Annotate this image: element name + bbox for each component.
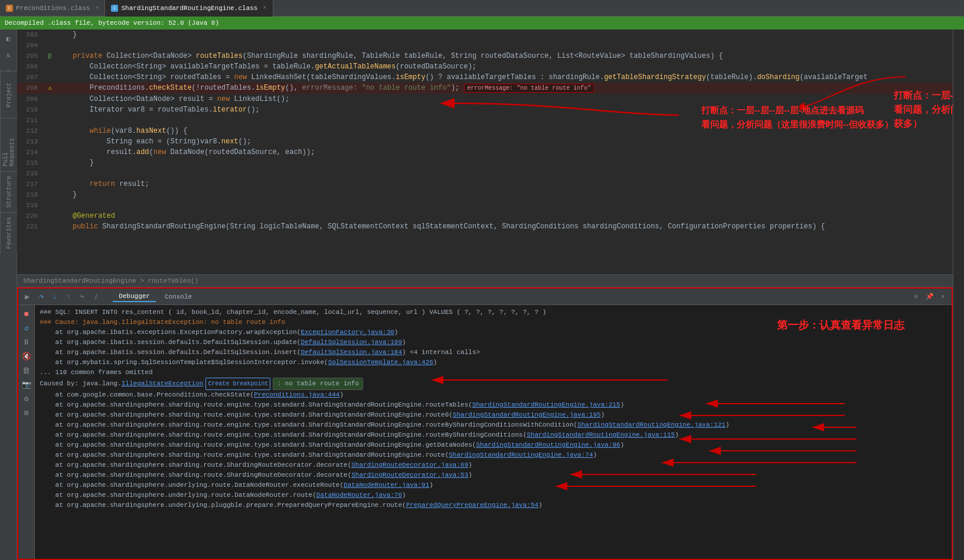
code-line-218: 218 } xyxy=(17,189,952,200)
preconditions-tab-label: Preconditions.class xyxy=(16,5,90,12)
debug-line-5: ... 110 common frames omitted xyxy=(40,368,946,378)
line-num-216: 216 xyxy=(17,168,44,179)
debug-line-8: at org.apache.shardingsphere.sharding.ro… xyxy=(40,410,946,420)
gutter-209 xyxy=(44,94,55,104)
line-num-220: 220 xyxy=(17,211,44,221)
line-num-215: 215 xyxy=(17,158,44,168)
debug-restart-btn[interactable]: ↺ xyxy=(21,322,32,334)
line-num-218: 218 xyxy=(17,189,44,200)
sql-session-template-link[interactable]: SqlSessionTemplate.java:426 xyxy=(328,359,433,366)
gutter-212 xyxy=(44,126,55,136)
debug-line-12: at org.apache.shardingsphere.sharding.ro… xyxy=(40,450,946,460)
breadcrumb-path: ShardingStandardRoutingEngine > routeTab… xyxy=(23,277,198,284)
debug-gear-btn[interactable]: ⚙ xyxy=(21,393,32,405)
code-line-216: 216 xyxy=(17,168,952,179)
debug-mute-btn[interactable]: 🔇 xyxy=(21,351,32,362)
debug-settings-btn[interactable]: ≡ xyxy=(911,292,921,302)
debug-line-17: at org.apache.shardingsphere.underlying.… xyxy=(40,500,946,510)
debug-step-into-btn[interactable]: ↓ xyxy=(50,292,60,302)
default-sql-session-update-link[interactable]: DefaultSqlSession.java:199 xyxy=(300,339,402,346)
line-content-212: while(var8.hasNext()) { xyxy=(55,126,952,136)
debug-close-btn[interactable]: × xyxy=(938,292,949,302)
tab-sharding[interactable]: C ShardingStandardRoutingEngine.class × xyxy=(105,0,273,17)
gutter-207 xyxy=(44,72,55,83)
preconditions-tab-close[interactable]: × xyxy=(95,5,99,11)
debug-run-to-cursor-btn[interactable]: ↪ xyxy=(77,292,87,302)
route-decorator-69-link[interactable]: ShardingRouteDecorator.java:69 xyxy=(351,461,468,469)
debug-step-over-btn[interactable]: ↷ xyxy=(36,292,47,302)
default-sql-session-insert-link[interactable]: DefaultSqlSession.java:184 xyxy=(300,349,402,356)
gutter-208: ⚠ xyxy=(44,83,55,94)
data-node-router-route-link[interactable]: DataNodeRouter.java:76 xyxy=(316,492,402,499)
structure-icon[interactable]: ≡ xyxy=(2,82,14,94)
create-breakpoint-text[interactable]: Create breakpoint xyxy=(205,378,270,390)
debug-line-sql: ### SQL: INSERT INTO res_content ( id, b… xyxy=(40,307,946,317)
get-data-nodes-link[interactable]: ShardingStandardRoutingEngine.java:96 xyxy=(476,441,620,448)
code-annotation-text: 打断点：一层--层--层--层-地点进去看源码看问题，分析问题（这里很浪费时间-… xyxy=(894,89,953,131)
bookmark-icon[interactable]: ⊕ xyxy=(2,66,14,77)
illegal-state-exception-link[interactable]: IllegalStateException xyxy=(122,379,204,389)
gutter-206 xyxy=(44,61,55,72)
line-num-221: 221 xyxy=(17,221,44,232)
exception-factory-link[interactable]: ExceptionFactory.java:30 xyxy=(300,329,394,336)
code-line-219: 219 xyxy=(17,200,952,211)
code-line-205: 205 @ private Collection<DataNode> route… xyxy=(17,51,952,61)
debug-annotation-container: 第一步：认真查看异常日志 xyxy=(777,318,904,332)
sharding-route-link[interactable]: ShardingStandardRoutingEngine.java:74 xyxy=(449,451,593,459)
line-content-220: @Generated xyxy=(55,211,952,221)
gutter-221 xyxy=(44,221,55,232)
line-num-206: 206 xyxy=(17,61,44,72)
left-sidebar: ◧ ⇅ ⊕ ≡ ★ xyxy=(0,30,17,560)
preconditions-link[interactable]: Preconditions.java:444 xyxy=(254,391,339,398)
info-bar-text: Decompiled .class file, bytecode version… xyxy=(5,19,219,27)
pullrequest-icon[interactable]: ⇅ xyxy=(2,49,14,61)
line-content-218: } xyxy=(55,189,952,200)
line-num-211: 211 xyxy=(17,115,44,126)
gutter-219 xyxy=(44,200,55,211)
code-line-203: 203 } xyxy=(17,30,952,40)
debug-layout-btn[interactable]: ⊞ xyxy=(21,407,32,419)
favorites-icon[interactable]: ★ xyxy=(2,99,14,110)
debug-tab-debugger[interactable]: Debugger xyxy=(113,292,156,302)
line-content-213: String each = (String)var8.next(); xyxy=(55,136,952,147)
route-with-condition-link[interactable]: ShardingStandardRoutingEngine.java:121 xyxy=(577,421,726,428)
line-num-205: 205 xyxy=(17,51,44,61)
route-by-conditions-link[interactable]: ShardingStandardRoutingEngine.java:115 xyxy=(527,431,675,438)
breadcrumb-bar: ShardingStandardRoutingEngine > routeTab… xyxy=(17,274,952,287)
debug-line-15: at org.apache.shardingsphere.underlying.… xyxy=(40,480,946,490)
debug-tab-console[interactable]: Console xyxy=(159,292,198,302)
tab-preconditions[interactable]: C Preconditions.class × xyxy=(0,0,105,17)
data-node-router-execute-link[interactable]: DataNodeRouter.java:91 xyxy=(344,482,429,489)
project-icon[interactable]: ◧ xyxy=(2,32,14,44)
code-line-212: 212 while(var8.hasNext()) { xyxy=(17,126,952,136)
debug-line-14: at org.apache.shardingsphere.sharding.ro… xyxy=(40,470,946,480)
line-content-219 xyxy=(55,200,952,211)
debug-line-6: at com.google.common.base.Preconditions.… xyxy=(40,390,946,400)
gutter-217 xyxy=(44,179,55,189)
line-content-216 xyxy=(55,168,952,179)
route-decorator-53-link[interactable]: ShardingRouteDecorator.java:53 xyxy=(351,471,468,479)
gutter-220 xyxy=(44,211,55,221)
debug-console-content[interactable]: ### SQL: INSERT INTO res_content ( id, b… xyxy=(35,305,951,559)
line-num-212: 212 xyxy=(17,126,44,136)
debug-evaluate-btn[interactable]: 𝑓 xyxy=(90,292,101,302)
sharding-tab-label: ShardingStandardRoutingEngine.class xyxy=(121,5,257,12)
line-content-217: return result; xyxy=(55,179,952,189)
debug-resume-btn[interactable]: ▶ xyxy=(21,291,33,303)
gutter-218 xyxy=(44,189,55,200)
debug-clear-btn[interactable]: 🗑 xyxy=(21,365,32,376)
debug-pause-btn[interactable]: ⏸ xyxy=(21,336,32,348)
route0-link[interactable]: ShardingStandardRoutingEngine.java:195 xyxy=(453,411,601,418)
debug-line-3: at org.apache.ibatis.session.defaults.De… xyxy=(40,348,946,358)
prepared-query-prepare-link[interactable]: PreparedQueryPrepareEngine.java:54 xyxy=(406,502,538,509)
route-tables-link[interactable]: ShardingStandardRoutingEngine.java:215 xyxy=(472,401,620,408)
debug-pin-btn[interactable]: 📌 xyxy=(924,292,935,302)
debug-caused-by-line: Caused by: java.lang.IllegalStateExcepti… xyxy=(40,378,946,390)
debug-line-4: at org.mybatis.spring.SqlSessionTemplate… xyxy=(40,358,946,368)
debug-camera-btn[interactable]: 📷 xyxy=(21,379,32,391)
caused-by-prefix: Caused by: java.lang. xyxy=(40,379,122,389)
debug-stop-btn[interactable]: ■ xyxy=(21,308,32,320)
sharding-tab-close[interactable]: × xyxy=(263,5,266,11)
line-num-203: 203 xyxy=(17,30,44,40)
debug-step-out-btn[interactable]: ↑ xyxy=(63,292,74,302)
